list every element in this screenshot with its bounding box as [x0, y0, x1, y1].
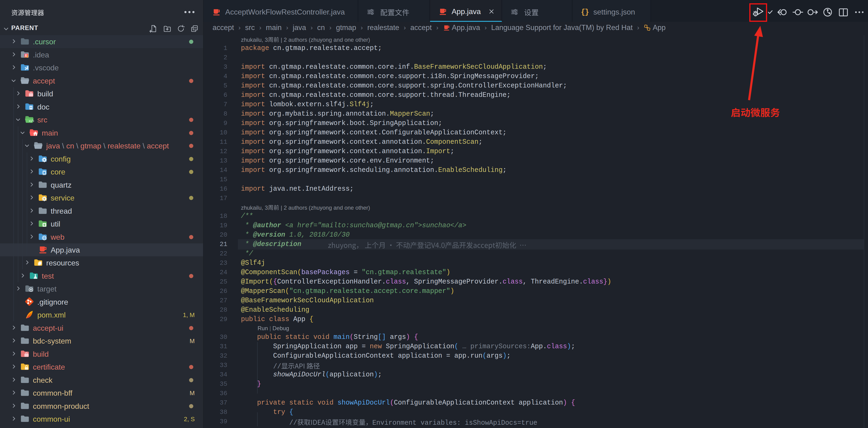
svg-text:</>: </> — [29, 119, 34, 123]
